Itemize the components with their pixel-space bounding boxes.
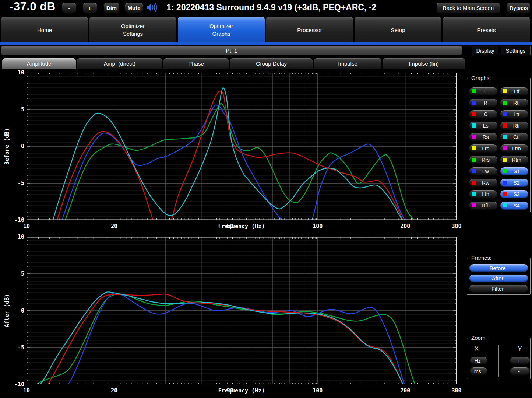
color-swatch-lfh xyxy=(472,192,476,196)
y-axis-title: Before (dB) xyxy=(3,73,11,220)
optimizer-graphs-screen: -37.0 dB - + Dim Mute 1: 20220413 Surrou… xyxy=(0,0,532,398)
graph-button-lfh[interactable]: Lfh xyxy=(469,190,498,199)
y-tick-label: -10 xyxy=(5,381,24,388)
dim-button[interactable]: Dim xyxy=(103,3,120,13)
zoom-divider xyxy=(498,345,499,377)
bypass-button[interactable]: Bypass xyxy=(507,2,531,13)
tab-display[interactable]: Display xyxy=(472,46,498,55)
graph-button-rtf[interactable]: Rtf xyxy=(500,98,529,107)
zoom-y-minus-button[interactable]: - xyxy=(510,367,530,376)
graph-button-label: Lrs xyxy=(476,144,495,153)
graph-button-label: L xyxy=(476,87,495,95)
zoom-group-title: Zoom xyxy=(470,335,487,341)
graph-button-label: Rrs xyxy=(476,156,495,164)
measurement-point-bar[interactable]: Pt. 1 xyxy=(1,46,462,55)
volume-up-button[interactable]: + xyxy=(82,3,97,13)
main-tab-setup[interactable]: Setup xyxy=(354,17,442,43)
graph-button-s1[interactable]: S1 xyxy=(500,167,529,176)
graph-button-ltf[interactable]: Ltf xyxy=(500,87,529,96)
graph-button-r[interactable]: R xyxy=(469,98,498,107)
color-swatch-rrs xyxy=(472,158,476,162)
frame-button-label: After xyxy=(469,275,526,282)
zoom-ms-button[interactable]: ms xyxy=(470,367,487,376)
main-tab-home[interactable]: Home xyxy=(1,17,88,43)
graph-tab-phase[interactable]: Phase xyxy=(163,58,229,69)
curve-s2 xyxy=(66,293,407,384)
frame-button-filter[interactable]: Filter xyxy=(469,284,528,293)
graph-button-rfh[interactable]: Rfh xyxy=(469,201,498,210)
graph-button-rtr[interactable]: Rtr xyxy=(500,121,529,130)
curve-s4 xyxy=(52,88,404,220)
color-swatch-rtm xyxy=(503,158,507,162)
x-axis-title: Frequency (Hz) xyxy=(197,223,286,230)
main-tab-processor[interactable]: Processor xyxy=(266,17,353,43)
tab-settings[interactable]: Settings xyxy=(501,46,531,55)
graph-button-lrs[interactable]: Lrs xyxy=(469,144,498,153)
color-swatch-ls xyxy=(472,123,476,128)
graph-button-s3[interactable]: S3 xyxy=(500,190,529,199)
frame-button-after[interactable]: After xyxy=(469,274,528,283)
graph-button-label: R xyxy=(476,99,495,107)
x-tick-label: 200 xyxy=(392,387,418,394)
graph-button-label: Ltr xyxy=(507,110,526,118)
graph-button-ltm[interactable]: Ltm xyxy=(500,144,529,153)
volume-down-button[interactable]: - xyxy=(62,3,77,13)
graph-button-rw[interactable]: Rw xyxy=(469,178,498,187)
color-swatch-r xyxy=(472,101,476,105)
back-to-main-button[interactable]: Back to Main Screen xyxy=(436,2,500,13)
graph-button-label: Rtm xyxy=(507,156,526,164)
color-swatch-c xyxy=(472,112,476,116)
x-tick-label: 20 xyxy=(101,223,127,230)
main-tab-optimizer-graphs[interactable]: Optimizer Graphs xyxy=(177,17,265,43)
frame-button-before[interactable]: Before xyxy=(469,264,528,272)
graph-button-l[interactable]: L xyxy=(469,87,498,96)
graph-button-s4[interactable]: S4 xyxy=(500,201,529,210)
graph-button-label: Ltf xyxy=(507,87,526,95)
graph-button-ltr[interactable]: Ltr xyxy=(500,110,529,119)
graph-tab-group-delay[interactable]: Group Delay xyxy=(230,58,313,69)
graph-button-c[interactable]: C xyxy=(469,110,498,119)
color-swatch-s1 xyxy=(503,169,507,173)
main-tab-optimizer-settings[interactable]: Optimizer Settings xyxy=(89,17,177,43)
graphs-group-title: Graphs: xyxy=(470,75,492,81)
before-plot xyxy=(27,73,457,220)
graph-button-label: C xyxy=(476,110,495,118)
graph-button-label: Ls xyxy=(476,122,495,130)
zoom-y-plus-button[interactable]: + xyxy=(510,356,530,365)
graph-button-rs[interactable]: Rs xyxy=(469,133,498,142)
graph-tab-amp-direct[interactable]: Amp. (direct) xyxy=(77,58,163,69)
color-swatch-rw xyxy=(472,181,476,185)
graph-button-ctf[interactable]: Ctf xyxy=(500,133,529,142)
active-tab-underline xyxy=(0,42,532,45)
graph-button-label: Lfh xyxy=(476,190,495,198)
top-bar: -37.0 dB - + Dim Mute 1: 20220413 Surrou… xyxy=(0,0,532,15)
color-swatch-rfh xyxy=(472,203,476,207)
graph-button-rrs[interactable]: Rrs xyxy=(469,156,498,164)
speaker-icon xyxy=(146,2,158,14)
curve-s3 xyxy=(56,91,405,220)
zoom-hz-button[interactable]: Hz xyxy=(470,356,487,365)
color-swatch-rs xyxy=(472,135,476,139)
preset-title: 1: 20220413 Surround 9.4.9 v19 (+3dB, PE… xyxy=(166,3,376,13)
mute-button[interactable]: Mute xyxy=(125,3,143,13)
y-axis-title: After (dB) xyxy=(3,237,11,384)
curve-s4 xyxy=(38,292,404,384)
master-volume-readout: -37.0 dB xyxy=(10,0,56,13)
graph-button-rtm[interactable]: Rtm xyxy=(500,156,529,164)
main-tab-presets[interactable]: Presets xyxy=(443,17,530,43)
y-tick-label: -5 xyxy=(5,344,24,351)
color-swatch-rtf xyxy=(503,101,507,105)
graph-button-label: S3 xyxy=(507,190,526,198)
x-tick-label: 10 xyxy=(14,223,39,230)
graph-button-lw[interactable]: Lw xyxy=(469,167,498,176)
graph-button-ls[interactable]: Ls xyxy=(469,121,498,130)
graph-button-label: Ltm xyxy=(507,144,526,153)
frames-group-title: Frames: xyxy=(470,255,493,261)
graph-tab-impulse-lin[interactable]: Impulse (lin) xyxy=(382,58,465,69)
color-swatch-ctf xyxy=(503,135,507,139)
graph-tab-amplitude[interactable]: Amplitude xyxy=(2,58,76,69)
graph-button-s2[interactable]: S2 xyxy=(500,178,529,187)
curve-s2 xyxy=(61,105,408,220)
graph-tab-impulse[interactable]: Impulse xyxy=(314,58,382,69)
zoom-x-label: X xyxy=(471,346,482,352)
